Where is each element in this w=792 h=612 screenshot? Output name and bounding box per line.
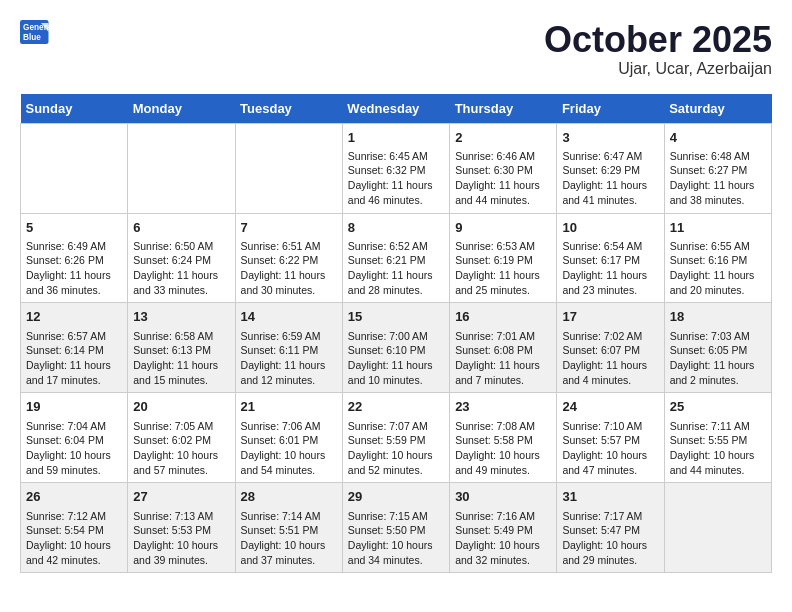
logo-icon: General Blue (20, 20, 50, 44)
calendar-cell: 15Sunrise: 7:00 AM Sunset: 6:10 PM Dayli… (342, 303, 449, 393)
day-number: 10 (562, 219, 658, 237)
day-number: 9 (455, 219, 551, 237)
day-number: 30 (455, 488, 551, 506)
calendar-cell: 9Sunrise: 6:53 AM Sunset: 6:19 PM Daylig… (450, 213, 557, 303)
weekday-header-saturday: Saturday (664, 94, 771, 124)
calendar-cell: 17Sunrise: 7:02 AM Sunset: 6:07 PM Dayli… (557, 303, 664, 393)
calendar-cell: 5Sunrise: 6:49 AM Sunset: 6:26 PM Daylig… (21, 213, 128, 303)
calendar-cell: 30Sunrise: 7:16 AM Sunset: 5:49 PM Dayli… (450, 483, 557, 573)
day-info: Sunrise: 6:57 AM Sunset: 6:14 PM Dayligh… (26, 329, 122, 388)
day-info: Sunrise: 7:08 AM Sunset: 5:58 PM Dayligh… (455, 419, 551, 478)
week-row-1: 5Sunrise: 6:49 AM Sunset: 6:26 PM Daylig… (21, 213, 772, 303)
day-number: 20 (133, 398, 229, 416)
weekday-header-tuesday: Tuesday (235, 94, 342, 124)
day-number: 28 (241, 488, 337, 506)
calendar-cell: 6Sunrise: 6:50 AM Sunset: 6:24 PM Daylig… (128, 213, 235, 303)
weekday-header-thursday: Thursday (450, 94, 557, 124)
day-info: Sunrise: 7:10 AM Sunset: 5:57 PM Dayligh… (562, 419, 658, 478)
day-info: Sunrise: 7:14 AM Sunset: 5:51 PM Dayligh… (241, 509, 337, 568)
calendar-cell: 19Sunrise: 7:04 AM Sunset: 6:04 PM Dayli… (21, 393, 128, 483)
calendar-cell: 7Sunrise: 6:51 AM Sunset: 6:22 PM Daylig… (235, 213, 342, 303)
day-number: 6 (133, 219, 229, 237)
day-number: 16 (455, 308, 551, 326)
day-number: 17 (562, 308, 658, 326)
day-info: Sunrise: 6:54 AM Sunset: 6:17 PM Dayligh… (562, 239, 658, 298)
day-info: Sunrise: 6:59 AM Sunset: 6:11 PM Dayligh… (241, 329, 337, 388)
weekday-header-row: SundayMondayTuesdayWednesdayThursdayFrid… (21, 94, 772, 124)
calendar-title: October 2025 (544, 20, 772, 60)
day-number: 8 (348, 219, 444, 237)
day-info: Sunrise: 6:58 AM Sunset: 6:13 PM Dayligh… (133, 329, 229, 388)
calendar-cell: 16Sunrise: 7:01 AM Sunset: 6:08 PM Dayli… (450, 303, 557, 393)
day-number: 19 (26, 398, 122, 416)
day-number: 15 (348, 308, 444, 326)
calendar-cell: 1Sunrise: 6:45 AM Sunset: 6:32 PM Daylig… (342, 123, 449, 213)
calendar-cell: 21Sunrise: 7:06 AM Sunset: 6:01 PM Dayli… (235, 393, 342, 483)
calendar-cell: 25Sunrise: 7:11 AM Sunset: 5:55 PM Dayli… (664, 393, 771, 483)
calendar-cell: 8Sunrise: 6:52 AM Sunset: 6:21 PM Daylig… (342, 213, 449, 303)
calendar-table: SundayMondayTuesdayWednesdayThursdayFrid… (20, 94, 772, 574)
day-info: Sunrise: 6:51 AM Sunset: 6:22 PM Dayligh… (241, 239, 337, 298)
day-info: Sunrise: 7:06 AM Sunset: 6:01 PM Dayligh… (241, 419, 337, 478)
day-info: Sunrise: 6:48 AM Sunset: 6:27 PM Dayligh… (670, 149, 766, 208)
calendar-cell: 10Sunrise: 6:54 AM Sunset: 6:17 PM Dayli… (557, 213, 664, 303)
calendar-subtitle: Ujar, Ucar, Azerbaijan (544, 60, 772, 78)
day-number: 13 (133, 308, 229, 326)
day-number: 3 (562, 129, 658, 147)
calendar-cell: 4Sunrise: 6:48 AM Sunset: 6:27 PM Daylig… (664, 123, 771, 213)
day-info: Sunrise: 7:17 AM Sunset: 5:47 PM Dayligh… (562, 509, 658, 568)
weekday-header-friday: Friday (557, 94, 664, 124)
day-info: Sunrise: 6:49 AM Sunset: 6:26 PM Dayligh… (26, 239, 122, 298)
calendar-cell: 29Sunrise: 7:15 AM Sunset: 5:50 PM Dayli… (342, 483, 449, 573)
weekday-header-monday: Monday (128, 94, 235, 124)
week-row-4: 26Sunrise: 7:12 AM Sunset: 5:54 PM Dayli… (21, 483, 772, 573)
calendar-cell: 18Sunrise: 7:03 AM Sunset: 6:05 PM Dayli… (664, 303, 771, 393)
logo: General Blue (20, 20, 50, 44)
calendar-cell (21, 123, 128, 213)
calendar-cell (128, 123, 235, 213)
day-info: Sunrise: 7:16 AM Sunset: 5:49 PM Dayligh… (455, 509, 551, 568)
weekday-header-sunday: Sunday (21, 94, 128, 124)
calendar-cell: 20Sunrise: 7:05 AM Sunset: 6:02 PM Dayli… (128, 393, 235, 483)
svg-text:Blue: Blue (23, 33, 41, 42)
calendar-cell: 14Sunrise: 6:59 AM Sunset: 6:11 PM Dayli… (235, 303, 342, 393)
day-number: 31 (562, 488, 658, 506)
day-info: Sunrise: 6:52 AM Sunset: 6:21 PM Dayligh… (348, 239, 444, 298)
day-info: Sunrise: 7:12 AM Sunset: 5:54 PM Dayligh… (26, 509, 122, 568)
page-header: General Blue October 2025 Ujar, Ucar, Az… (20, 20, 772, 78)
calendar-cell: 31Sunrise: 7:17 AM Sunset: 5:47 PM Dayli… (557, 483, 664, 573)
day-number: 7 (241, 219, 337, 237)
day-info: Sunrise: 6:46 AM Sunset: 6:30 PM Dayligh… (455, 149, 551, 208)
day-info: Sunrise: 6:45 AM Sunset: 6:32 PM Dayligh… (348, 149, 444, 208)
week-row-2: 12Sunrise: 6:57 AM Sunset: 6:14 PM Dayli… (21, 303, 772, 393)
day-number: 4 (670, 129, 766, 147)
weekday-header-wednesday: Wednesday (342, 94, 449, 124)
calendar-cell (664, 483, 771, 573)
day-number: 18 (670, 308, 766, 326)
calendar-cell: 11Sunrise: 6:55 AM Sunset: 6:16 PM Dayli… (664, 213, 771, 303)
day-number: 27 (133, 488, 229, 506)
day-number: 5 (26, 219, 122, 237)
calendar-cell: 22Sunrise: 7:07 AM Sunset: 5:59 PM Dayli… (342, 393, 449, 483)
day-info: Sunrise: 7:02 AM Sunset: 6:07 PM Dayligh… (562, 329, 658, 388)
day-number: 2 (455, 129, 551, 147)
calendar-cell: 28Sunrise: 7:14 AM Sunset: 5:51 PM Dayli… (235, 483, 342, 573)
day-info: Sunrise: 7:04 AM Sunset: 6:04 PM Dayligh… (26, 419, 122, 478)
day-number: 23 (455, 398, 551, 416)
calendar-cell: 2Sunrise: 6:46 AM Sunset: 6:30 PM Daylig… (450, 123, 557, 213)
day-info: Sunrise: 6:47 AM Sunset: 6:29 PM Dayligh… (562, 149, 658, 208)
day-info: Sunrise: 7:00 AM Sunset: 6:10 PM Dayligh… (348, 329, 444, 388)
calendar-cell: 23Sunrise: 7:08 AM Sunset: 5:58 PM Dayli… (450, 393, 557, 483)
calendar-cell: 3Sunrise: 6:47 AM Sunset: 6:29 PM Daylig… (557, 123, 664, 213)
day-info: Sunrise: 7:13 AM Sunset: 5:53 PM Dayligh… (133, 509, 229, 568)
calendar-cell: 27Sunrise: 7:13 AM Sunset: 5:53 PM Dayli… (128, 483, 235, 573)
day-info: Sunrise: 7:01 AM Sunset: 6:08 PM Dayligh… (455, 329, 551, 388)
day-number: 14 (241, 308, 337, 326)
day-info: Sunrise: 7:11 AM Sunset: 5:55 PM Dayligh… (670, 419, 766, 478)
week-row-3: 19Sunrise: 7:04 AM Sunset: 6:04 PM Dayli… (21, 393, 772, 483)
calendar-cell: 24Sunrise: 7:10 AM Sunset: 5:57 PM Dayli… (557, 393, 664, 483)
calendar-cell: 26Sunrise: 7:12 AM Sunset: 5:54 PM Dayli… (21, 483, 128, 573)
day-info: Sunrise: 7:07 AM Sunset: 5:59 PM Dayligh… (348, 419, 444, 478)
day-number: 29 (348, 488, 444, 506)
title-block: October 2025 Ujar, Ucar, Azerbaijan (544, 20, 772, 78)
